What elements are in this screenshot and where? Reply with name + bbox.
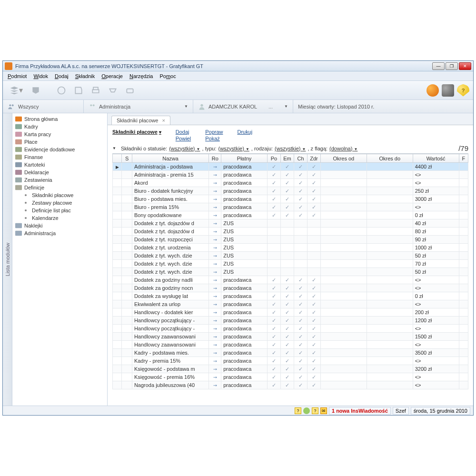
action-drukuj[interactable]: Drukuj <box>237 129 252 135</box>
table-row[interactable]: Dodatek z tyt. dojazdów d➚ZUS40 zł <box>113 219 468 228</box>
table-row[interactable]: Administracja - premia 15➚pracodawca✓✓✓✓… <box>113 171 468 179</box>
table-row[interactable]: Handlowcy początkujący -➚pracodawca✓✓✓✓1… <box>113 317 468 325</box>
nav-item[interactable]: Ewidencje dodatkowe <box>12 146 107 153</box>
filter-all[interactable]: Wszyscy <box>3 100 84 113</box>
nav-subitem[interactable]: Składniki płacowe <box>12 191 107 199</box>
mail-icon[interactable]: ✉ <box>320 407 327 414</box>
orb-gray-icon[interactable] <box>442 84 454 97</box>
table-row[interactable]: Dodatek z tyt. rozpoczęci➚ZUS90 zł <box>113 236 468 244</box>
tab-skladniki[interactable]: Składniki płacowe × <box>111 116 170 125</box>
column-header[interactable]: Ch <box>294 154 307 163</box>
nav-item[interactable]: Płace <box>12 138 107 146</box>
column-header[interactable]: Okres od <box>320 154 367 163</box>
nav-item[interactable]: Strona główna <box>12 115 107 123</box>
status-message[interactable]: 1 nowa InsWiadomość <box>332 408 388 414</box>
shield-help-icon[interactable]: ? <box>457 84 469 97</box>
column-header[interactable] <box>113 154 122 163</box>
nav-subitem[interactable]: Definicje list płac <box>12 207 107 214</box>
column-header[interactable]: Em <box>281 154 294 163</box>
action-powiel[interactable]: Powiel <box>176 136 191 141</box>
page-title[interactable]: Składniki płacowe▾ <box>112 129 161 135</box>
table-row[interactable]: ▶Administracja - podstawa➚pracodawca✓✓✓✓… <box>113 163 468 171</box>
table-row[interactable]: Biuro - dodatek funkcyjny➚pracodawca✓✓✓✓… <box>113 187 468 195</box>
table-row[interactable]: Handlowcy początkujący -➚pracodawca✓✓✓✓<… <box>113 325 468 333</box>
column-header[interactable]: Po <box>268 154 281 163</box>
tool-1[interactable]: ▾ <box>7 83 26 98</box>
nav-item[interactable]: Naklejki <box>12 222 107 229</box>
nav-item[interactable]: Karta pracy <box>12 130 107 138</box>
minimize-button[interactable]: — <box>432 62 445 70</box>
table-row[interactable]: Dodatek z tyt. urodzenia➚ZUS1000 zł <box>113 244 468 252</box>
column-header[interactable]: Wartość <box>413 154 459 163</box>
table-row[interactable]: Dodatek za godziny nadli➚pracodawca✓✓✓✓<… <box>113 276 468 284</box>
table-row[interactable]: Biuro - premia 15%➚pracodawca✓✓✓✓<> <box>113 203 468 211</box>
nav-item[interactable]: Deklaracje <box>12 169 107 176</box>
table-row[interactable]: Handlowcy - dodatek kier➚pracodawca✓✓✓✓2… <box>113 308 468 317</box>
nav-subitem[interactable]: Kalendarze <box>12 214 107 222</box>
tool-6[interactable] <box>106 83 120 98</box>
column-header[interactable]: Nazwa <box>132 154 208 163</box>
table-row[interactable]: Dodatek z tyt. wych. dzie➚ZUS50 zł <box>113 268 468 276</box>
nav-item[interactable]: Administracja <box>12 229 107 237</box>
nav-item[interactable]: Kadry <box>12 123 107 130</box>
menu-operacje[interactable]: Operacje <box>99 72 126 80</box>
action-popraw[interactable]: Popraw <box>205 129 223 135</box>
table-row[interactable]: Dodatek z tyt. wych. dzie➚ZUS70 zł <box>113 260 468 268</box>
table-row[interactable]: Dodatek z tyt. wych. dzie➚ZUS50 zł <box>113 252 468 260</box>
nav-subitem[interactable]: Zestawy płacowe <box>12 199 107 207</box>
table-row[interactable]: Nagroda jubileuszowa (40➚pracodawca✓✓✓✓<… <box>113 381 468 389</box>
nav-item[interactable]: Finanse <box>12 153 107 161</box>
column-header[interactable]: S <box>122 154 132 163</box>
tool-4[interactable] <box>71 83 86 98</box>
arrow-icon: ➚ <box>212 317 218 324</box>
table-row[interactable]: Dodatek za godziny nocn➚pracodawca✓✓✓✓<> <box>113 284 468 292</box>
filter-flag[interactable]: (dowolna) ▼ <box>329 146 357 151</box>
action-pokaz[interactable]: Pokaż <box>205 136 223 141</box>
help-icon[interactable]: ? <box>295 407 301 414</box>
tool-7[interactable] <box>123 83 137 98</box>
help2-icon[interactable]: ? <box>312 407 318 414</box>
menu-narzedzia[interactable]: Narzędzia <box>127 72 156 80</box>
nav-item[interactable]: Zestawienia <box>12 176 107 184</box>
tool-5[interactable] <box>89 83 103 98</box>
menu-dodaj[interactable]: Dodaj <box>52 72 71 80</box>
column-header[interactable]: Płatny <box>221 154 268 163</box>
table-row[interactable]: Handlowcy zaawansowani➚pracodawca✓✓✓✓150… <box>113 333 468 341</box>
menu-podmiot[interactable]: Podmiot <box>5 72 30 80</box>
orb-orange-icon[interactable] <box>426 84 439 97</box>
filter-person[interactable]: ADAMCZUK KAROL ... ▼ <box>193 100 293 113</box>
table-row[interactable]: Kadry - podstawa mies.➚pracodawca✓✓✓✓350… <box>113 349 468 357</box>
menu-widok[interactable]: Widok <box>30 72 51 80</box>
menu-pomoc[interactable]: Pomoc <box>157 72 178 80</box>
action-dodaj[interactable]: Dodaj <box>176 129 191 135</box>
table-row[interactable]: Biuro - podstawa mies.➚pracodawca✓✓✓✓300… <box>113 195 468 203</box>
nav-item[interactable]: Definicje <box>12 184 107 191</box>
table-row[interactable]: Dodatek za wysługę lat➚pracodawca✓✓✓✓0 z… <box>113 292 468 300</box>
column-header[interactable]: Ro <box>209 154 221 163</box>
maximize-button[interactable]: ❐ <box>446 62 458 70</box>
column-header[interactable]: Zdr <box>307 154 320 163</box>
table-row[interactable]: Dodatek z tyt. dojazdów d➚ZUS80 zł <box>113 228 468 236</box>
filter-status[interactable]: (wszystkie) ▼ <box>169 146 200 151</box>
table-row[interactable]: Akord➚pracodawca✓✓✓✓<> <box>113 179 468 187</box>
close-button[interactable]: ✕ <box>459 62 471 70</box>
sidebar-collapse-tab[interactable]: Lista modułów <box>3 113 12 406</box>
column-header[interactable]: F <box>459 154 468 163</box>
filter-type[interactable]: (wszystkie) ▼ <box>218 146 249 151</box>
chevron-down-icon[interactable]: ▼ <box>112 146 116 150</box>
filter-dept[interactable]: Administracja ▼ <box>84 100 193 113</box>
table-row[interactable]: Ekwiwalent za urlop➚pracodawca✓✓✓✓<> <box>113 300 468 308</box>
tool-2[interactable] <box>29 83 43 98</box>
close-tab-icon[interactable]: × <box>162 118 165 123</box>
menu-skladnik[interactable]: Składnik <box>72 72 98 80</box>
tool-3[interactable] <box>54 83 69 98</box>
column-header[interactable]: Okres do <box>367 154 413 163</box>
filter-kind[interactable]: (wszystkie) ▼ <box>275 146 306 151</box>
table-row[interactable]: Księgowość - podstawa m➚pracodawca✓✓✓✓32… <box>113 365 468 373</box>
table-row[interactable]: Kadry - premia 15%➚pracodawca✓✓✓✓<> <box>113 357 468 365</box>
table-row[interactable]: Bony opodatkowane➚pracodawca✓✓✓✓0 zł <box>113 211 468 219</box>
nav-item[interactable]: Kartoteki <box>12 161 107 169</box>
table-row[interactable]: Księgowość - premia 16%➚pracodawca✓✓✓✓<> <box>113 373 468 381</box>
table-row[interactable]: Handlowcy zaawansowani➚pracodawca✓✓✓✓<> <box>113 341 468 349</box>
data-grid[interactable]: SNazwaRoPłatnyPoEmChZdrOkres odOkres doW… <box>112 153 468 406</box>
